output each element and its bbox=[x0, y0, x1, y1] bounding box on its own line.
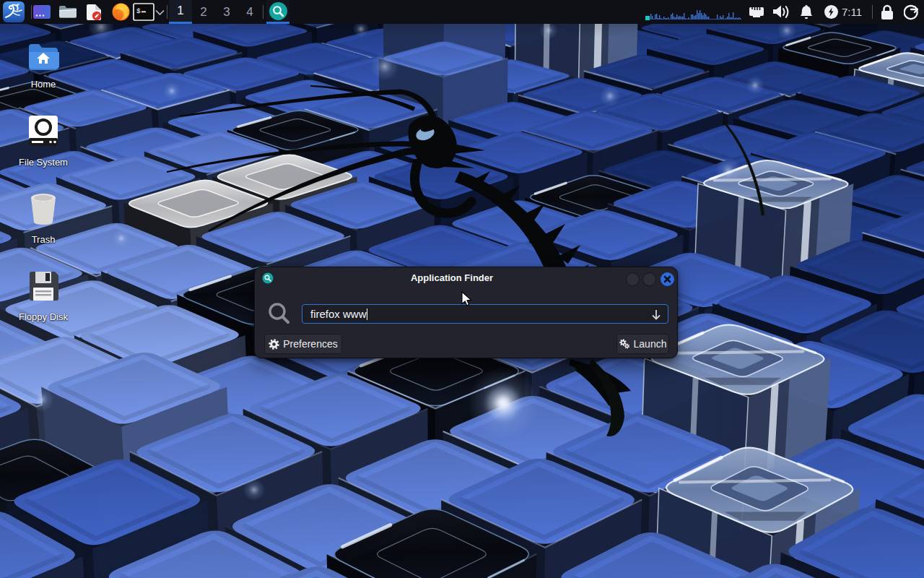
svg-text:$: $ bbox=[136, 7, 141, 15]
